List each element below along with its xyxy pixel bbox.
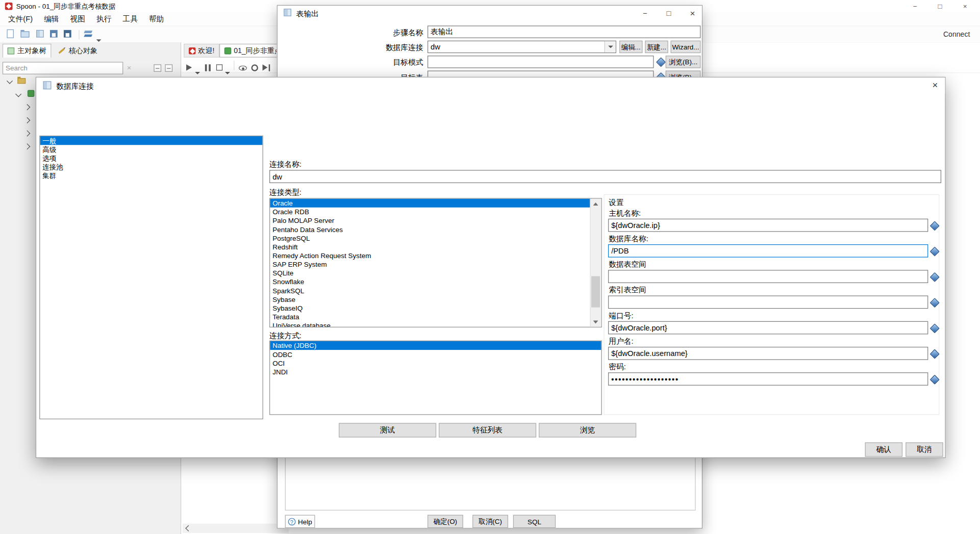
clear-search-icon[interactable]: ×: [127, 64, 132, 72]
open-file-button[interactable]: [20, 29, 31, 40]
index-tablespace-input[interactable]: [608, 295, 928, 309]
connection-type-option[interactable]: Redshift: [270, 242, 601, 251]
cancel-button[interactable]: 取消(C): [472, 515, 508, 528]
scroll-down-button[interactable]: [591, 317, 601, 327]
connection-type-option[interactable]: UniVerse database: [270, 321, 601, 327]
combo-dropdown-button[interactable]: [605, 41, 616, 53]
browse-schema-button[interactable]: 浏览(B)...: [666, 56, 701, 68]
new-file-button[interactable]: [5, 29, 16, 40]
open-folder-icon: [20, 31, 29, 37]
search-input[interactable]: [3, 62, 123, 74]
canvas-hscrollbar[interactable]: [183, 524, 289, 533]
edit-connection-button[interactable]: 编辑...: [619, 41, 642, 54]
save-as-button[interactable]: [63, 29, 74, 40]
menu-view[interactable]: 视图: [65, 14, 91, 24]
connection-type-option[interactable]: Palo MOLAP Server: [270, 216, 601, 225]
connection-type-option[interactable]: Sybase: [270, 295, 601, 303]
feature-list-button[interactable]: 特征列表: [439, 423, 536, 437]
table-output-title: 表输出: [296, 9, 319, 19]
target-schema-input[interactable]: [428, 56, 654, 68]
explore-button[interactable]: 浏览: [539, 423, 636, 437]
grid-icon: [36, 30, 44, 38]
scroll-up-icon: [593, 202, 598, 205]
tree-expander-icon[interactable]: [24, 104, 30, 110]
dialog-maximize-button[interactable]: □: [659, 6, 679, 20]
main-maximize-button[interactable]: □: [930, 1, 950, 12]
connection-type-option[interactable]: PostgreSQL: [270, 234, 601, 242]
connection-type-option[interactable]: SAP ERP System: [270, 260, 601, 269]
scrollbar-thumb[interactable]: [591, 276, 600, 308]
connection-type-option[interactable]: Pentaho Data Services: [270, 225, 601, 234]
scroll-up-button[interactable]: [591, 199, 601, 209]
category-options[interactable]: 选项: [40, 154, 262, 162]
connection-type-option[interactable]: Teradata: [270, 313, 601, 321]
connection-type-option[interactable]: Remedy Action Request System: [270, 251, 601, 260]
new-connection-button[interactable]: 新建...: [645, 41, 668, 54]
category-clustering[interactable]: 集群: [40, 171, 262, 180]
category-general[interactable]: 一般: [40, 136, 262, 145]
save-button[interactable]: [49, 29, 60, 40]
access-method-option[interactable]: OCI: [270, 359, 601, 367]
connection-type-option[interactable]: SybaseIQ: [270, 303, 601, 312]
database-name-input[interactable]: [608, 244, 928, 258]
tab-welcome[interactable]: 欢迎!: [184, 44, 219, 58]
connection-name-input[interactable]: [269, 170, 941, 183]
tab-main-object-tree-label: 主对象树: [17, 46, 46, 56]
access-method-option[interactable]: Native (JDBC): [270, 341, 601, 350]
run-options-caret[interactable]: [195, 66, 200, 77]
explore-repo-button[interactable]: [35, 29, 46, 40]
sql-button[interactable]: SQL: [513, 515, 556, 528]
test-button[interactable]: 测试: [339, 423, 436, 437]
menu-help[interactable]: 帮助: [143, 14, 169, 24]
tab-main-object-tree[interactable]: 主对象树: [3, 44, 52, 58]
expand-all-button[interactable]: [154, 64, 161, 72]
tab-core-objects[interactable]: 核心对象: [54, 44, 102, 58]
tree-expander-icon[interactable]: [15, 91, 21, 97]
stop-options-caret[interactable]: [225, 66, 230, 77]
db-connection-select[interactable]: dw: [428, 41, 616, 54]
connection-type-option[interactable]: Oracle: [270, 199, 592, 208]
tree-expander-icon[interactable]: [7, 78, 13, 84]
collapse-all-button[interactable]: [165, 64, 172, 72]
tree-expander-icon[interactable]: [24, 117, 30, 123]
password-input[interactable]: [608, 372, 928, 386]
connection-type-option[interactable]: SQLite: [270, 269, 601, 277]
category-pooling[interactable]: 连接池: [40, 163, 262, 171]
menu-file[interactable]: 文件(F): [3, 14, 38, 24]
tab-core-objects-label: 核心对象: [69, 46, 97, 55]
wizard-button[interactable]: Wizard...: [671, 41, 701, 54]
ok-button[interactable]: 确定(O): [428, 515, 463, 528]
connect-button[interactable]: Connect: [943, 31, 970, 38]
step-name-input[interactable]: [428, 26, 700, 38]
cancel-button[interactable]: 取消: [906, 442, 943, 456]
port-input[interactable]: [608, 321, 928, 335]
connection-type-option[interactable]: SparkSQL: [270, 286, 601, 295]
data-tablespace-input[interactable]: [608, 270, 928, 283]
username-input[interactable]: [608, 347, 928, 360]
host-input[interactable]: [608, 219, 928, 232]
menu-edit[interactable]: 编辑: [38, 14, 64, 24]
main-close-button[interactable]: ×: [955, 1, 975, 12]
connection-type-scrollbar[interactable]: [590, 199, 601, 327]
access-method-option[interactable]: JNDI: [270, 367, 601, 376]
category-advanced[interactable]: 高级: [40, 145, 262, 154]
dialog-minimize-button[interactable]: −: [635, 6, 655, 20]
scroll-left-icon[interactable]: [185, 525, 191, 531]
access-method-label: 连接方式:: [269, 330, 301, 341]
db-dialog-close-button[interactable]: ×: [927, 79, 942, 91]
main-minimize-button[interactable]: −: [905, 1, 925, 12]
tree-expander-icon[interactable]: [24, 131, 30, 137]
variable-icon: [930, 221, 940, 231]
tree-expander-icon[interactable]: [24, 143, 30, 149]
perspective-button[interactable]: [84, 29, 95, 40]
play-icon: [186, 64, 192, 70]
connection-type-option[interactable]: Oracle RDB: [270, 208, 601, 216]
confirm-button[interactable]: 确认: [865, 442, 903, 456]
help-button[interactable]: ? Help: [285, 515, 315, 528]
menu-run[interactable]: 执行: [91, 14, 117, 24]
dialog-close-button[interactable]: ×: [683, 6, 702, 20]
connection-type-option[interactable]: Snowflake: [270, 277, 601, 286]
replay-icon: [263, 64, 270, 71]
access-method-option[interactable]: ODBC: [270, 350, 601, 359]
menu-tools[interactable]: 工具: [117, 14, 143, 24]
